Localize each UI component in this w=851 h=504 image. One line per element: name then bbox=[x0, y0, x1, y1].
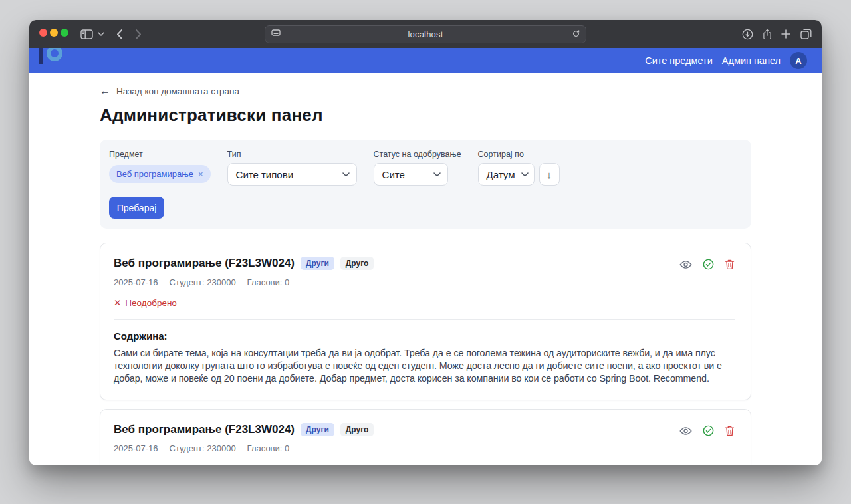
type-select[interactable]: Сите типови bbox=[227, 163, 357, 186]
close-window-button[interactable] bbox=[39, 29, 47, 37]
app-header: Сите предмети Админ панел A bbox=[29, 48, 822, 73]
nav-admin-panel[interactable]: Админ панел bbox=[722, 55, 781, 66]
card-student: Студент: 230000 bbox=[170, 443, 236, 453]
type-select-value: Сите типови bbox=[236, 169, 293, 180]
nav-all-subjects[interactable]: Сите предмети bbox=[645, 55, 713, 66]
zoom-window-button[interactable] bbox=[61, 29, 68, 37]
search-button[interactable]: Пребарај bbox=[109, 197, 164, 219]
subject-tag-label: Веб програмирање bbox=[116, 169, 193, 179]
submission-card: Веб програмирање (F23L3W024) Други Друго bbox=[100, 243, 751, 400]
filter-approval-status: Статус на одобрување Сите bbox=[374, 150, 461, 186]
card-title: Веб програмирање (F23L3W024) bbox=[114, 423, 295, 436]
view-button[interactable] bbox=[679, 426, 692, 436]
app-logo-ring-icon[interactable] bbox=[47, 48, 62, 61]
back-arrow-icon: ← bbox=[100, 86, 110, 96]
filter-sort: Сортирај по Датум ↓ bbox=[478, 150, 560, 186]
back-link-label: Назад кон домашната страна bbox=[116, 86, 239, 96]
filter-subject: Предмет Веб програмирање × bbox=[109, 150, 211, 186]
category-badge: Други bbox=[301, 257, 334, 270]
downloads-icon[interactable] bbox=[741, 20, 753, 48]
approval-select-value: Сите bbox=[382, 169, 405, 180]
page-settings-icon[interactable] bbox=[271, 29, 281, 41]
reload-icon[interactable] bbox=[572, 29, 580, 41]
delete-button[interactable] bbox=[725, 425, 735, 436]
approve-button[interactable] bbox=[703, 259, 714, 270]
page-content: ← Назад кон домашната страна Администрат… bbox=[29, 73, 822, 465]
desktop: localhost Сите предмети Админ bbox=[0, 0, 851, 504]
delete-button[interactable] bbox=[725, 259, 735, 270]
back-home-link[interactable]: ← Назад кон домашната страна bbox=[100, 86, 239, 96]
safari-window: localhost Сите предмети Админ bbox=[29, 20, 822, 465]
card-votes: Гласови: 0 bbox=[247, 277, 290, 287]
app-logo-icon[interactable] bbox=[39, 48, 43, 64]
browser-titlebar: localhost bbox=[29, 20, 822, 48]
sort-select-value: Датум bbox=[487, 169, 515, 180]
card-date: 2025-07-16 bbox=[114, 277, 158, 287]
back-button-icon[interactable] bbox=[113, 20, 125, 48]
filter-panel: Предмет Веб програмирање × Тип Сите типо… bbox=[100, 140, 751, 229]
share-icon[interactable] bbox=[761, 20, 773, 48]
view-button[interactable] bbox=[679, 260, 692, 269]
filter-type: Тип Сите типови bbox=[227, 150, 357, 186]
type-badge: Друго bbox=[340, 423, 374, 436]
sidebar-chevron-down-icon[interactable] bbox=[96, 20, 106, 48]
category-badge: Други bbox=[301, 423, 334, 436]
content-heading: Содржина: bbox=[114, 330, 735, 342]
card-votes: Гласови: 0 bbox=[247, 443, 290, 453]
url-text: localhost bbox=[265, 29, 586, 39]
divider bbox=[114, 319, 735, 320]
card-student: Студент: 230000 bbox=[170, 277, 236, 287]
status-label: Неодобрено bbox=[125, 298, 177, 308]
subject-label: Предмет bbox=[109, 150, 211, 159]
sort-direction-button[interactable]: ↓ bbox=[539, 163, 560, 186]
new-tab-icon[interactable] bbox=[780, 20, 792, 48]
approval-label: Статус на одобрување bbox=[374, 150, 461, 159]
arrow-down-icon: ↓ bbox=[547, 169, 552, 180]
status-label: Неодобрено bbox=[125, 464, 177, 466]
x-icon: ✕ bbox=[114, 297, 121, 308]
content-text: Сами си бирате тема, која на консултации… bbox=[114, 347, 735, 385]
status-badge: ✕ Неодобрено bbox=[114, 463, 735, 465]
minimize-window-button[interactable] bbox=[50, 29, 58, 37]
x-icon: ✕ bbox=[114, 463, 121, 465]
avatar[interactable]: A bbox=[790, 52, 807, 69]
sidebar-toggle-icon[interactable] bbox=[78, 20, 94, 48]
approve-button[interactable] bbox=[703, 425, 714, 436]
card-date: 2025-07-16 bbox=[114, 443, 158, 453]
remove-tag-icon[interactable]: × bbox=[198, 169, 203, 179]
address-bar[interactable]: localhost bbox=[265, 25, 586, 43]
type-label: Тип bbox=[227, 150, 357, 159]
sort-select[interactable]: Датум bbox=[478, 163, 535, 186]
forward-button-icon bbox=[132, 20, 144, 48]
sort-label: Сортирај по bbox=[478, 150, 560, 159]
chevron-down-icon bbox=[433, 172, 441, 177]
subject-tag[interactable]: Веб програмирање × bbox=[109, 165, 211, 183]
page-title: Административски панел bbox=[100, 105, 751, 126]
chevron-down-icon bbox=[342, 172, 350, 177]
card-title: Веб програмирање (F23L3W024) bbox=[114, 257, 295, 270]
submission-card: Веб програмирање (F23L3W024) Други Друго bbox=[100, 409, 751, 465]
chevron-down-icon bbox=[521, 172, 529, 177]
status-badge: ✕ Неодобрено bbox=[114, 297, 735, 308]
tab-overview-icon[interactable] bbox=[799, 20, 812, 48]
approval-select[interactable]: Сите bbox=[374, 163, 448, 186]
type-badge: Друго bbox=[340, 257, 374, 270]
